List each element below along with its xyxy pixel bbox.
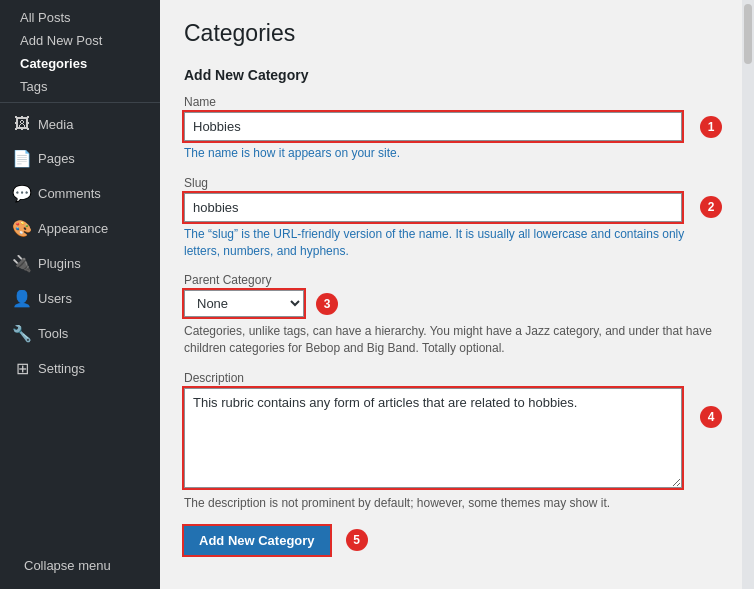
appearance-icon: 🎨 xyxy=(12,219,32,238)
sidebar-item-all-posts[interactable]: All Posts xyxy=(8,6,160,29)
badge-2: 2 xyxy=(700,196,722,218)
parent-field-group: Parent Category None 3 Categories, unlik… xyxy=(184,273,718,357)
sidebar-item-settings[interactable]: ⊞ Settings xyxy=(0,351,160,386)
sidebar-item-tags[interactable]: Tags xyxy=(8,75,160,98)
sidebar-item-label: Tools xyxy=(38,326,68,341)
parent-select-wrapper: None xyxy=(184,290,304,317)
sidebar-item-label: Comments xyxy=(38,186,101,201)
description-label: Description xyxy=(184,371,718,385)
name-hint: The name is how it appears on your site. xyxy=(184,145,718,162)
slug-label: Slug xyxy=(184,176,718,190)
sidebar-item-label: Appearance xyxy=(38,221,108,236)
slug-input-row: 2 xyxy=(184,193,718,222)
users-icon: 👤 xyxy=(12,289,32,308)
sidebar-item-label: Media xyxy=(38,117,73,132)
comments-icon: 💬 xyxy=(12,184,32,203)
sidebar-item-appearance[interactable]: 🎨 Appearance xyxy=(0,211,160,246)
sidebar-item-label: Pages xyxy=(38,151,75,166)
description-hint: The description is not prominent by defa… xyxy=(184,495,718,512)
sidebar-item-tools[interactable]: 🔧 Tools xyxy=(0,316,160,351)
badge-1: 1 xyxy=(700,116,722,138)
sidebar: All Posts Add New Post Categories Tags 🖼… xyxy=(0,0,160,589)
form-section-title: Add New Category xyxy=(184,67,718,83)
sidebar-item-label: Users xyxy=(38,291,72,306)
submit-row: Add New Category 5 xyxy=(184,526,718,555)
plugins-icon: 🔌 xyxy=(12,254,32,273)
slug-input[interactable] xyxy=(184,193,682,222)
tools-icon: 🔧 xyxy=(12,324,32,343)
pages-icon: 📄 xyxy=(12,149,32,168)
sidebar-item-media[interactable]: 🖼 Media xyxy=(0,107,160,141)
scrollbar-thumb[interactable] xyxy=(744,4,752,64)
add-category-form: Add New Category Name 1 The name is how … xyxy=(184,67,718,555)
main-content: Categories Add New Category Name 1 The n… xyxy=(160,0,742,589)
parent-select-row: None 3 xyxy=(184,290,718,317)
sidebar-item-pages[interactable]: 📄 Pages xyxy=(0,141,160,176)
page-title: Categories xyxy=(184,20,718,47)
media-icon: 🖼 xyxy=(12,115,32,133)
badge-5: 5 xyxy=(346,529,368,551)
settings-icon: ⊞ xyxy=(12,359,32,378)
sidebar-item-label: Plugins xyxy=(38,256,81,271)
scrollbar[interactable] xyxy=(742,0,754,589)
sidebar-item-comments[interactable]: 💬 Comments xyxy=(0,176,160,211)
add-category-button[interactable]: Add New Category xyxy=(184,526,330,555)
collapse-menu[interactable]: Collapse menu xyxy=(12,552,148,579)
sidebar-item-categories[interactable]: Categories xyxy=(8,52,160,75)
sidebar-item-plugins[interactable]: 🔌 Plugins xyxy=(0,246,160,281)
content-area: Categories Add New Category Name 1 The n… xyxy=(160,0,754,589)
description-input[interactable]: This rubric contains any form of article… xyxy=(184,388,682,488)
name-field-group: Name 1 The name is how it appears on you… xyxy=(184,95,718,162)
sidebar-item-add-new-post[interactable]: Add New Post xyxy=(8,29,160,52)
description-textarea-row: This rubric contains any form of article… xyxy=(184,388,718,491)
sidebar-item-label: Settings xyxy=(38,361,85,376)
parent-hint: Categories, unlike tags, can have a hier… xyxy=(184,323,718,357)
slug-hint: The “slug” is the URL-friendly version o… xyxy=(184,226,718,260)
parent-label: Parent Category xyxy=(184,273,718,287)
badge-4: 4 xyxy=(700,406,722,428)
slug-field-group: Slug 2 The “slug” is the URL-friendly ve… xyxy=(184,176,718,260)
badge-3: 3 xyxy=(316,293,338,315)
name-input-row: 1 xyxy=(184,112,718,141)
name-label: Name xyxy=(184,95,718,109)
name-input[interactable] xyxy=(184,112,682,141)
parent-category-select[interactable]: None xyxy=(184,290,304,317)
sidebar-item-users[interactable]: 👤 Users xyxy=(0,281,160,316)
description-field-group: Description This rubric contains any for… xyxy=(184,371,718,512)
